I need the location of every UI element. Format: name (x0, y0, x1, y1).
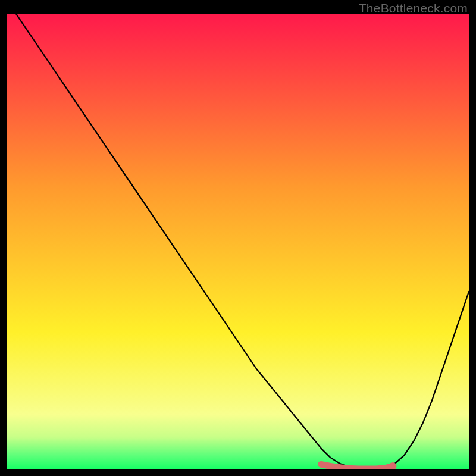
watermark-text: TheBottleneck.com (359, 1, 468, 15)
gradient-background (7, 14, 469, 469)
chart-frame (7, 14, 469, 469)
bottleneck-chart (7, 14, 469, 469)
